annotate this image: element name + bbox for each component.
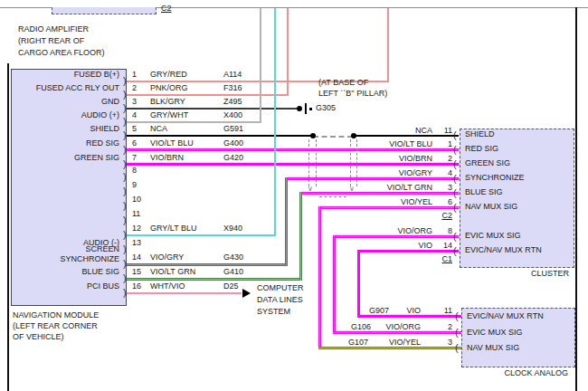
cluster-wire-nca: NCA: [415, 126, 432, 136]
cluster-pin-shield: SHIELD: [465, 129, 495, 139]
shield-dash-bottom: [319, 196, 346, 197]
wire-vio-gry-vertical: [285, 177, 288, 266]
pin14-num: 14: [132, 253, 141, 262]
pin-arc: ): [123, 172, 127, 182]
cluster-pin-evic-rtn: EVIC/NAV MUX RTN: [465, 245, 542, 255]
clock-num-2: 2: [448, 322, 452, 332]
nav-module-caption-line3: OF VEHICLE): [13, 332, 64, 342]
nav-pin15-label: BLUE SIG: [13, 267, 119, 277]
wire-vio-lt-grn-left: [127, 278, 301, 281]
cluster-pin-blue-sig: BLUE SIG: [465, 187, 503, 197]
pin2-circuit: F316: [223, 83, 242, 93]
wire-vio-yel-top: [318, 206, 459, 209]
shield-dot-right: [351, 133, 356, 138]
wire-gry-red-vertical: [387, 8, 389, 82]
cluster-pin-nav-mux: NAV MUX SIG: [465, 202, 517, 212]
cluster-arc: (: [453, 203, 457, 213]
nav-pin5-label: SHIELD: [13, 124, 119, 134]
cluster-wire-vio-lt-grn: VIO/LT GRN: [387, 183, 432, 193]
pin7-num: 7: [132, 153, 137, 163]
pin1-wire-code: GRY/RED: [150, 70, 187, 80]
pin9-num: 9: [132, 180, 137, 190]
clock-arc: (: [455, 343, 459, 353]
clock-circuit-g107: G107: [348, 338, 368, 348]
wire-nca-shield-right: [353, 135, 459, 137]
cluster-num-green-sig: 2: [448, 154, 452, 164]
computer-data-lines-line3: SYSTEM: [257, 307, 290, 317]
clock-arc: (: [455, 311, 459, 321]
pin4-wire-code: GRY/WHT: [150, 110, 188, 120]
cluster-num-evic-mux: 8: [448, 226, 452, 236]
pin15-circuit: G410: [223, 267, 243, 277]
clock-wire-vio: VIO: [406, 306, 421, 316]
wire-vio-org-top: [333, 235, 459, 238]
cluster-pin-green-sig: GREEN SIG: [465, 158, 510, 168]
clock-circuit-g907: G907: [369, 306, 389, 316]
cluster-wire-vio-brn: VIO/BRN: [399, 154, 432, 164]
pin-arc: ): [123, 244, 127, 254]
nav-pin2-label: FUSED ACC RLY OUT: [13, 83, 119, 93]
pin3-wire-code: BLK/GRY: [150, 97, 185, 107]
clock-wire-vio-org: VIO/ORG: [385, 322, 421, 332]
cluster-num-synchronize: 4: [448, 168, 452, 178]
nav-pin16-label: PCI BUS: [13, 281, 119, 291]
pin3-circuit: Z495: [223, 97, 242, 107]
pin1-num: 1: [132, 70, 137, 80]
pin6-num: 6: [132, 138, 137, 148]
radio-amplifier-title-line2: (RIGHT REAR OF: [18, 36, 84, 46]
cluster-num-shield: 11: [444, 126, 452, 136]
clock-wire-vio-yel: VIO/YEL: [389, 338, 421, 348]
cluster-wire-vio-org: VIO/ORG: [397, 226, 432, 236]
page-margin-top: [0, 0, 588, 7]
radio-amplifier-title-line1: RADIO AMPLIFIER: [18, 24, 89, 34]
pin2-num: 2: [132, 83, 137, 93]
page-border-right: [575, 7, 577, 391]
clock-pin-nav-mux: NAV MUX SIG: [467, 343, 519, 353]
cluster-connector-c2: C2: [441, 211, 452, 221]
wire-nca-shield-left: [127, 135, 313, 137]
wire-vio-yel-vertical: [318, 206, 321, 349]
shield-dot-left: [310, 133, 316, 138]
pin6-wire-code: VIO/LT BLU: [150, 138, 194, 148]
wire-vio-org-vertical: [333, 235, 336, 334]
nav-pin7-label: GREEN SIG: [13, 153, 119, 163]
ground-junction-dot: [297, 106, 302, 111]
page-border-left: [7, 63, 9, 391]
pin4-num: 4: [132, 110, 137, 120]
wire-gry-wht-vertical: [260, 8, 261, 123]
nav-module-caption-line2: (LEFT REAR CORNER: [13, 321, 98, 331]
pin5-wire-code: NCA: [150, 124, 167, 134]
cluster-num-nav-mux: 6: [448, 197, 452, 207]
pin16-circuit: D25: [223, 281, 239, 291]
nav-pin6-label: RED SIG: [13, 138, 119, 148]
radio-amplifier-connector-label: C2: [161, 4, 172, 14]
cluster-wire-vio-yel: VIO/YEL: [401, 197, 432, 207]
wire-nca-shield-dashed: [313, 136, 353, 138]
wire-vio-gry-left: [127, 263, 287, 266]
pin14-circuit: G430: [223, 253, 243, 262]
pin3-num: 3: [132, 97, 137, 107]
cluster-arc: (: [453, 159, 457, 169]
pin6-circuit: G400: [223, 138, 243, 148]
wire-vio-gry-right: [285, 177, 459, 180]
wire-vio-vertical: [357, 250, 360, 318]
computer-data-lines-line1: COMPUTER: [257, 283, 304, 293]
pin-arc: ): [123, 215, 127, 225]
pin13-num: 13: [132, 238, 141, 248]
clock-name: CLOCK ANALOG: [504, 368, 568, 378]
ground-label: G305: [316, 103, 336, 113]
wire-gry-lt-blu-vertical: [274, 8, 276, 236]
pin12-circuit: X940: [223, 224, 242, 234]
wiring-diagram: C2 RADIO AMPLIFIER (RIGHT REAR OF CARGO …: [0, 0, 588, 391]
pin12-wire-code: GRY/LT BLU: [150, 224, 197, 234]
nav-module-caption-line1: NAVIGATION MODULE: [13, 310, 99, 320]
cluster-pin-evic-mux: EVIC MUX SIG: [465, 231, 521, 241]
wire-pnk-org-vertical: [287, 8, 289, 96]
clock-arc: (: [455, 328, 459, 338]
cluster-num-red-sig: 1: [448, 139, 452, 149]
pin11-num: 11: [132, 209, 140, 219]
wire-pnk-org: [127, 94, 288, 96]
nav-pin1-label: FUSED B(+): [13, 70, 119, 80]
cluster-connector-c1: C1: [441, 254, 452, 264]
pin10-num: 10: [132, 195, 141, 205]
